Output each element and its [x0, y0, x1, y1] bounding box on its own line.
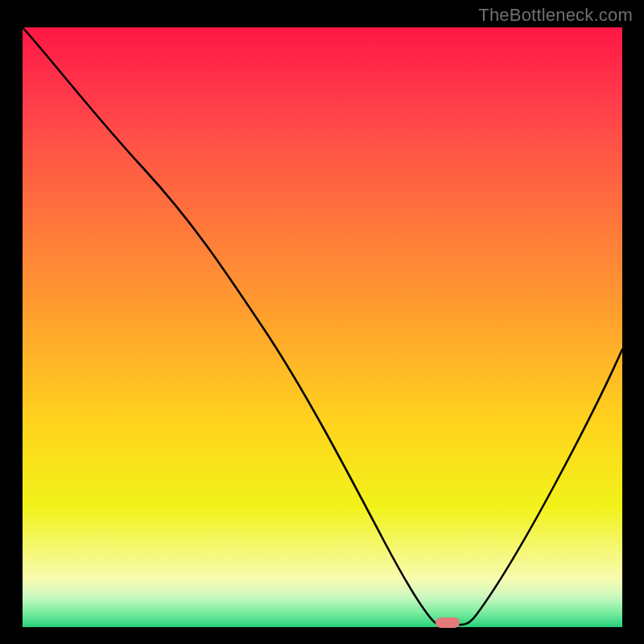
chart-plot-area: [23, 27, 622, 627]
bottleneck-curve-path: [23, 27, 622, 625]
bottleneck-curve-svg: [23, 27, 622, 627]
watermark-text: TheBottleneck.com: [478, 5, 633, 26]
minimum-marker: [436, 617, 460, 628]
